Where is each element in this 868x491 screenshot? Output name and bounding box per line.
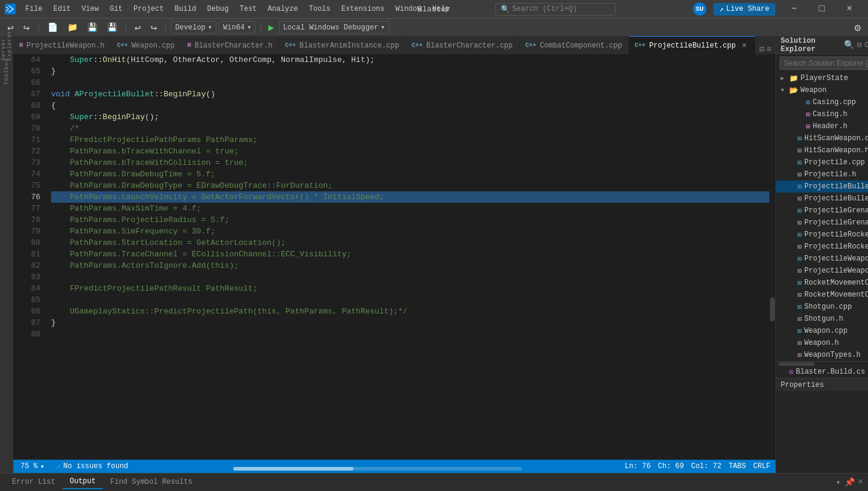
se-scrollbar[interactable]: [776, 361, 868, 366]
editor-scrollbar[interactable]: [769, 54, 775, 460]
panel-collapse-icon[interactable]: ▾: [836, 477, 840, 487]
tree-item-shotgun-h[interactable]: ⊞ Shotgun.h: [776, 313, 868, 325]
scroll-thumb[interactable]: [233, 467, 353, 471]
live-share-button[interactable]: ↗ Live Share: [714, 3, 775, 16]
se-refresh-icon[interactable]: ⟳: [864, 40, 868, 50]
menu-git[interactable]: Git: [105, 4, 127, 14]
tab-projectilebullet-cpp[interactable]: C++ ProjectileBullet.cpp ×: [629, 36, 756, 54]
zoom-label: 75 %: [20, 462, 38, 471]
tree-item-weapon-cpp[interactable]: ⊞ Weapon.cpp: [776, 325, 868, 337]
run-button[interactable]: ▶: [266, 20, 277, 35]
menu-extensions[interactable]: Extensions: [337, 4, 390, 14]
menu-debug[interactable]: Debug: [202, 4, 233, 14]
tab-find-symbol[interactable]: Find Symbol Results: [103, 475, 200, 489]
menu-edit[interactable]: Edit: [49, 4, 76, 14]
restore-button[interactable]: □: [808, 0, 836, 18]
menu-build[interactable]: Build: [170, 4, 201, 14]
toolbar-open[interactable]: 📁: [64, 21, 81, 34]
tab-weapon-cpp[interactable]: C++ Weapon.cpp: [111, 36, 182, 54]
user-avatar: SU: [693, 2, 706, 16]
toolbox-icon[interactable]: Toolbox: [0, 65, 13, 78]
tab-split-icon[interactable]: ⊡: [759, 44, 764, 54]
panel-close-icon[interactable]: ×: [858, 477, 863, 487]
tab-error-list[interactable]: Error List: [5, 475, 63, 489]
toolbar-redo[interactable]: ↪: [147, 20, 161, 36]
tree-item-rocketmovement-h[interactable]: ⊞ RocketMovementCompon...: [776, 289, 868, 301]
tree-item-shotgun-cpp[interactable]: ⊞ Shotgun.cpp: [776, 301, 868, 313]
platform-dropdown[interactable]: Win64 ▾: [219, 21, 255, 34]
tree-item-rocketmovement-cpp[interactable]: ⊞ RocketMovementCompon...: [776, 277, 868, 289]
se-search-input[interactable]: [780, 57, 868, 70]
se-scrollbar-thumb[interactable]: [778, 362, 815, 366]
menu-file[interactable]: File: [20, 4, 47, 14]
tab-blastercharacter-h[interactable]: H BlasterCharacter.h: [182, 36, 280, 54]
code-line-86: UGameplayStatics::PredictProjectilePath(…: [51, 306, 769, 317]
cpp-icon10: ⊞: [798, 327, 802, 336]
tree-item-projectilegrenade-cpp[interactable]: ⊞ ProjectileGrenade.cpp: [776, 205, 868, 217]
tree-item-projectilegrenade-h[interactable]: ⊞ ProjectileGrenade.h: [776, 217, 868, 229]
tab-combatcomponent-cpp[interactable]: C++ CombatComponent.cpp: [519, 36, 629, 54]
tree-item-weapon-h[interactable]: ⊞ Weapon.h: [776, 337, 868, 349]
tree-item-projectile-h[interactable]: ⊞ Projectile.h: [776, 168, 868, 181]
debugger-dropdown[interactable]: Local Windows Debugger ▾: [279, 21, 390, 34]
toolbar-save-all[interactable]: 💾: [103, 21, 121, 34]
crlf-status[interactable]: CRLF: [753, 462, 771, 471]
panel-pin-icon[interactable]: 📌: [845, 477, 855, 487]
tab-output[interactable]: Output: [63, 475, 103, 489]
menu-view[interactable]: View: [77, 4, 104, 14]
tab-icon-h2: H: [188, 42, 191, 49]
tree-item-projectile-cpp[interactable]: ⊞ Projectile.cpp: [776, 156, 868, 168]
zoom-status[interactable]: 75 % ▾: [18, 462, 47, 471]
tree-item-projectileweapon-cpp[interactable]: ⊞ ProjectileWeapon.cpp: [776, 253, 868, 265]
toolbar-save[interactable]: 💾: [84, 21, 101, 34]
line-num-79: 79: [13, 226, 40, 237]
code-editor[interactable]: 64 65 66 67 68 69 70 71 72 73 74 75 76 7…: [13, 54, 775, 460]
tab-icon-cpp5: C++: [635, 42, 646, 49]
tree-item-casing-cpp[interactable]: ⊞ Casing.cpp: [776, 96, 868, 108]
tab-close-button[interactable]: ×: [739, 41, 749, 51]
menu-project[interactable]: Project: [129, 4, 168, 14]
tree-item-projectilerocket-cpp[interactable]: ⊞ ProjectileRocket.cpp: [776, 229, 868, 241]
issues-status[interactable]: ✓ No issues found: [54, 462, 130, 471]
tree-item-projectilerocket-h[interactable]: ⊞ ProjectileRocket.h: [776, 241, 868, 253]
tree-item-hitscanweapon-cpp[interactable]: ⊞ HitScanWeapon.cpp: [776, 132, 868, 144]
tree-label-rocketmovement-cpp: RocketMovementCompon...: [804, 279, 868, 287]
se-search-icon[interactable]: 🔍: [844, 40, 854, 50]
toolbar-forward[interactable]: ↪: [20, 20, 34, 36]
configuration-dropdown[interactable]: Develop ▾: [171, 21, 216, 34]
tab-blasteraniminst-cpp[interactable]: C++ BlasterAnimInstance.cpp: [279, 36, 406, 54]
code-line-72: PathParams.bTraceWithChannel = true;: [51, 146, 769, 157]
tree-item-projectilebullet-h[interactable]: ⊞ ProjectileBullet.h: [776, 193, 868, 205]
tab-blastercharacter-cpp[interactable]: C++ BlasterCharacter.cpp: [406, 36, 519, 54]
tree-item-projectilebullet-cpp[interactable]: ⊞ ProjectileBullet.cpp: [776, 181, 868, 193]
tab-projectileweapon-h[interactable]: H ProjectileWeapon.h: [13, 36, 111, 54]
tree-label-projectile-cpp: Projectile.cpp: [804, 158, 865, 167]
tab-more-icon[interactable]: ≡: [766, 45, 771, 54]
code-line-70: /*: [51, 123, 769, 134]
editor-status-bar: 75 % ▾ ✓ No issues found Ln: 76 Ch: 69 C…: [13, 460, 775, 473]
menu-analyze[interactable]: Analyze: [263, 4, 302, 14]
tree-item-casing-h[interactable]: ⊞ Casing.h: [776, 108, 868, 120]
tree-item-playerstate[interactable]: ▶ 📁 PlayerState: [776, 72, 868, 84]
minimize-button[interactable]: −: [780, 0, 808, 18]
server-icon[interactable]: Server Explorer: [0, 39, 13, 52]
tabs-status[interactable]: TABS: [729, 462, 746, 471]
tree-item-blaster-build-cs[interactable]: ⊞ Blaster.Build.cs: [776, 366, 868, 378]
menu-test[interactable]: Test: [235, 4, 262, 14]
code-content[interactable]: Super::OnHit(HitComp, OtherActor, OtherC…: [46, 54, 769, 460]
toolbar-new[interactable]: 📄: [44, 21, 61, 34]
search-box[interactable]: 🔍 Search (Ctrl+Q): [495, 3, 616, 16]
tree-item-hitscanweapon-h[interactable]: ⊞ HitScanWeapon.h: [776, 144, 868, 156]
tree-item-weapontypes-h[interactable]: ⊞ WeaponTypes.h: [776, 349, 868, 361]
tree-item-projectileweapon-h[interactable]: ⊞ ProjectileWeapon.h: [776, 265, 868, 277]
se-collapse-icon[interactable]: ⊟: [857, 40, 861, 50]
code-line-66: [51, 77, 769, 88]
tree-item-weapon-folder[interactable]: ▼ 📂 Weapon: [776, 84, 868, 96]
close-button[interactable]: ×: [836, 0, 863, 18]
scrollbar-thumb[interactable]: [770, 297, 775, 321]
toolbar-undo[interactable]: ↩: [131, 20, 145, 36]
tree-item-header-h[interactable]: ⊞ Header.h: [776, 120, 868, 132]
line-num-74: 74: [13, 168, 40, 180]
toolbar-more[interactable]: ⚙: [851, 20, 864, 36]
menu-tools[interactable]: Tools: [304, 4, 335, 14]
